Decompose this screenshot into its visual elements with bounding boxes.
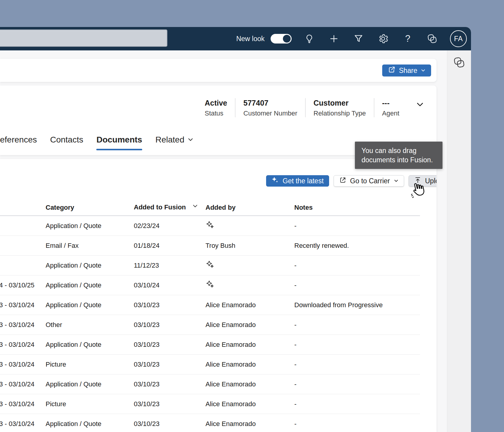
chevron-down-icon — [421, 67, 426, 75]
table-row[interactable]: 23 - 03/10/24 Application / Quote 03/10/… — [0, 374, 420, 394]
sort-chevron-icon[interactable] — [192, 203, 198, 211]
cell-added-by: Alice Enamorado — [206, 321, 294, 329]
cell-category: Other — [46, 321, 134, 329]
tab-preferences[interactable]: eferences — [0, 134, 37, 150]
customer-info-row: Active Status 577407 Customer Number Cus… — [205, 98, 424, 117]
table-row[interactable]: Email / Fax 01/18/24 Troy Bush Recently … — [0, 236, 420, 256]
documents-tooltip: You can also drag documents into Fusion. — [355, 142, 442, 169]
share-label: Share — [399, 67, 417, 75]
cell-date-range: 23 - 03/10/24 — [0, 361, 46, 368]
sparkles-icon — [272, 176, 279, 186]
documents-table: Category Added to Fusion Added by Notes … — [0, 195, 420, 432]
table-row[interactable]: 23 - 03/10/24 Application / Quote 03/10/… — [0, 295, 420, 315]
table-row[interactable]: 23 - 03/10/24 Other 03/10/23 Alice Enamo… — [0, 315, 420, 335]
column-header-added-by[interactable]: Added by — [206, 204, 294, 212]
cell-added-to-fusion: 01/18/24 — [134, 242, 206, 250]
relationship-type-value: Customer — [314, 98, 366, 108]
customer-status-field: Active Status — [205, 98, 235, 117]
cell-added-to-fusion: 03/10/24 — [134, 281, 206, 289]
cell-notes: - — [294, 420, 420, 428]
chevron-down-icon — [187, 135, 194, 145]
cell-notes: - — [294, 262, 420, 269]
filter-icon[interactable] — [352, 32, 365, 46]
cell-added-by: Troy Bush — [206, 242, 294, 250]
cell-date-range — [0, 222, 46, 230]
add-icon[interactable] — [327, 32, 341, 46]
agent-label: Agent — [382, 110, 400, 117]
customer-number-field: 577407 Customer Number — [235, 98, 305, 117]
app-window: New look — [0, 27, 471, 432]
cell-notes: - — [294, 281, 420, 289]
cell-added-by: Alice Enamorado — [206, 341, 294, 349]
main-content: Share Active Status 577407 Customer Numb… — [0, 50, 436, 432]
copilot-icon[interactable] — [425, 32, 439, 46]
cell-added-by: Alice Enamorado — [206, 420, 294, 428]
get-the-latest-label: Get the latest — [283, 177, 324, 185]
customer-number-label: Customer Number — [243, 110, 297, 117]
cell-added-by — [206, 221, 294, 231]
documents-table-header: Category Added to Fusion Added by Notes — [0, 195, 420, 216]
tab-documents[interactable]: Documents — [96, 134, 142, 150]
cell-date-range — [0, 242, 46, 250]
tab-contacts[interactable]: Contacts — [50, 134, 83, 150]
added-by-name: Alice Enamorado — [206, 321, 256, 328]
chevron-down-icon — [394, 177, 399, 185]
table-row[interactable]: Application / Quote 11/12/23 - — [0, 256, 420, 275]
tab-related-label: Related — [155, 135, 184, 145]
help-icon[interactable]: ? — [401, 32, 415, 46]
cell-date-range — [0, 262, 46, 269]
column-header-added-to-fusion[interactable]: Added to Fusion — [134, 203, 206, 212]
user-avatar[interactable]: FA — [450, 30, 467, 47]
cell-notes: - — [294, 361, 420, 368]
sparkles-icon — [206, 221, 214, 229]
table-row[interactable]: 23 - 03/10/24 Picture 03/10/23 Alice Ena… — [0, 355, 420, 374]
table-row[interactable]: Application / Quote 02/23/24 - — [0, 216, 420, 236]
table-row[interactable]: 24 - 03/10/25 Application / Quote 03/10/… — [0, 275, 420, 295]
column-header-category[interactable]: Category — [46, 204, 134, 212]
table-row[interactable]: 23 - 03/10/24 Picture 03/10/23 Alice Ena… — [0, 394, 420, 414]
cell-added-to-fusion: 03/10/23 — [134, 321, 206, 329]
column-header-notes[interactable]: Notes — [294, 204, 420, 212]
share-icon — [388, 66, 396, 76]
go-to-carrier-label: Go to Carrier — [350, 177, 390, 185]
copilot-rail-icon[interactable] — [453, 56, 466, 432]
avatar-initials: FA — [454, 35, 463, 43]
share-button[interactable]: Share — [382, 64, 431, 76]
cell-date-range: 23 - 03/10/24 — [0, 301, 46, 309]
documents-table-body: Application / Quote 02/23/24 - Email / F… — [0, 216, 420, 432]
tooltip-line1: You can also drag — [362, 146, 442, 155]
table-row[interactable]: 23 - 03/10/24 Application / Quote 03/10/… — [0, 335, 420, 355]
new-look-toggle[interactable] — [271, 34, 292, 44]
cell-date-range: 24 - 03/10/25 — [0, 281, 46, 289]
expand-details-chevron-icon[interactable] — [416, 100, 424, 110]
cell-category: Application / Quote — [46, 420, 134, 428]
go-to-carrier-button[interactable]: Go to Carrier — [334, 175, 404, 187]
settings-icon[interactable] — [376, 32, 390, 46]
cell-notes: - — [294, 321, 420, 329]
cell-added-by: Alice Enamorado — [206, 380, 294, 388]
tab-related[interactable]: Related — [155, 134, 194, 150]
cell-added-to-fusion: 03/10/23 — [134, 420, 206, 428]
cell-category: Picture — [46, 400, 134, 408]
cell-category: Application / Quote — [46, 281, 134, 289]
cell-notes: Recently renewed. — [294, 242, 420, 250]
cell-date-range: 23 - 03/10/24 — [0, 380, 46, 388]
table-row[interactable]: 23 - 03/10/24 Application / Quote 03/10/… — [0, 414, 420, 432]
lightbulb-icon[interactable] — [302, 32, 316, 46]
get-the-latest-button[interactable]: Get the latest — [266, 175, 329, 187]
upload-label: Upload — [425, 177, 436, 185]
search-input[interactable] — [0, 29, 167, 47]
relationship-type-field: Customer Relationship Type — [305, 98, 374, 117]
cell-added-by: Alice Enamorado — [206, 301, 294, 309]
cell-notes: - — [294, 400, 420, 408]
documents-panel: Get the latest Go to Carrier — [0, 159, 436, 432]
toggle-knob — [283, 35, 291, 43]
cell-category: Picture — [46, 361, 134, 368]
navbar-actions: New look — [236, 27, 467, 50]
added-by-name: Alice Enamorado — [206, 400, 256, 408]
cell-date-range: 23 - 03/10/24 — [0, 341, 46, 349]
agent-value: --- — [382, 98, 400, 108]
cell-category: Application / Quote — [46, 301, 134, 309]
agent-field: --- Agent — [374, 98, 407, 117]
new-look-label: New look — [236, 35, 265, 43]
